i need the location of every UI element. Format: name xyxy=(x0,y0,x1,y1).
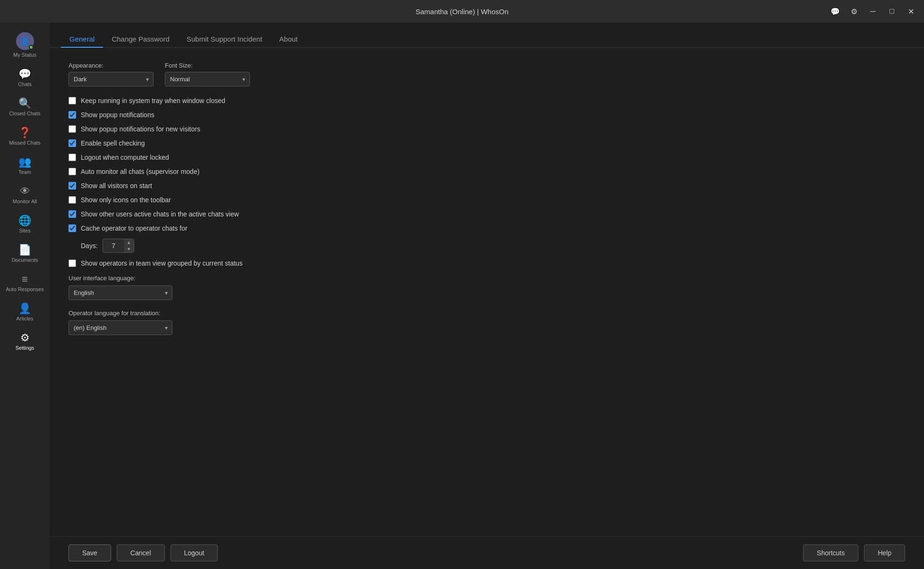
op-language-select-wrapper: (en) English (fr) French (de) German xyxy=(68,320,172,335)
sidebar-item-label: Settings xyxy=(16,345,34,351)
show-popup-visitors-checkbox[interactable] xyxy=(68,125,76,133)
tab-change-password[interactable]: Change Password xyxy=(103,31,178,48)
other-users-chats-checkbox[interactable] xyxy=(68,210,76,218)
content-area: General Change Password Submit Support I… xyxy=(50,23,924,569)
sidebar-item-label: My Status xyxy=(13,52,36,58)
auto-monitor-checkbox[interactable] xyxy=(68,168,76,175)
sidebar-item-label: Missed Chats xyxy=(9,140,41,146)
documents-icon: 📄 xyxy=(18,245,31,255)
font-size-label: Font Size: xyxy=(165,62,250,69)
show-popup-checkbox[interactable] xyxy=(68,111,76,119)
titlebar: Samantha (Online) | WhosOn 💬 ⚙ ─ □ ✕ xyxy=(0,0,924,23)
show-popup-visitors-label: Show popup notifications for new visitor… xyxy=(81,125,200,133)
closed-chats-icon: 🔍 xyxy=(18,98,31,109)
logout-locked-label: Logout when computer locked xyxy=(81,154,169,161)
close-button[interactable]: ✕ xyxy=(903,4,918,19)
footer: Save Cancel Logout Shortcuts Help xyxy=(50,536,924,569)
checkbox-show-popup: Show popup notifications xyxy=(68,111,905,119)
logout-locked-checkbox[interactable] xyxy=(68,154,76,161)
tab-about[interactable]: About xyxy=(271,31,306,48)
sites-icon: 🌐 xyxy=(18,216,31,226)
titlebar-title: Samantha (Online) | WhosOn xyxy=(416,8,508,16)
missed-chats-icon: ❓ xyxy=(18,128,31,138)
sidebar-item-label: Auto Responses xyxy=(6,286,44,292)
checkbox-other-users-chats: Show other users active chats in the act… xyxy=(68,210,905,218)
sidebar-item-closed-chats[interactable]: 🔍 Closed Chats xyxy=(0,94,50,121)
font-size-group: Font Size: Small Normal Large xyxy=(165,62,250,86)
auto-monitor-label: Auto monitor all chats (supervisor mode) xyxy=(81,168,199,175)
cache-operator-checkbox[interactable] xyxy=(68,224,76,232)
sidebar: 👤 My Status 💬 Chats 🔍 Closed Chats ❓ Mis… xyxy=(0,23,50,569)
ui-language-section: User interface language: English French … xyxy=(68,275,905,300)
shortcuts-button[interactable]: Shortcuts xyxy=(803,544,858,561)
checkbox-show-visitors: Show all visitors on start xyxy=(68,182,905,190)
keep-running-checkbox[interactable] xyxy=(68,97,76,104)
days-row: Days: ▲ ▼ xyxy=(68,239,905,253)
keep-running-label: Keep running in system tray when window … xyxy=(81,97,225,104)
sidebar-item-my-status[interactable]: 👤 My Status xyxy=(0,27,50,62)
spell-check-label: Enable spell checking xyxy=(81,139,145,147)
font-size-select[interactable]: Small Normal Large xyxy=(165,72,250,86)
sidebar-item-articles[interactable]: 👤 Articles xyxy=(0,299,50,326)
help-button[interactable]: Help xyxy=(864,544,905,561)
appearance-label: Appearance: xyxy=(68,62,154,69)
ui-language-label: User interface language: xyxy=(68,275,905,282)
show-grouped-label: Show operators in team view grouped by c… xyxy=(81,259,242,267)
cancel-button[interactable]: Cancel xyxy=(117,544,165,561)
monitor-all-icon: 👁 xyxy=(20,186,30,197)
avatar: 👤 xyxy=(16,32,34,50)
checkbox-show-popup-visitors: Show popup notifications for new visitor… xyxy=(68,125,905,133)
checkbox-auto-monitor: Auto monitor all chats (supervisor mode) xyxy=(68,168,905,175)
main-layout: 👤 My Status 💬 Chats 🔍 Closed Chats ❓ Mis… xyxy=(0,23,924,569)
chat-icon[interactable]: 💬 xyxy=(828,4,843,19)
sidebar-item-label: Sites xyxy=(19,228,30,233)
days-increment-button[interactable]: ▲ xyxy=(124,239,134,246)
appearance-select[interactable]: Dark Light System xyxy=(68,72,154,86)
auto-responses-icon: ≡ xyxy=(22,274,28,284)
sidebar-item-auto-responses[interactable]: ≡ Auto Responses xyxy=(0,269,50,297)
show-visitors-checkbox[interactable] xyxy=(68,182,76,190)
ui-language-select[interactable]: English French German Spanish xyxy=(68,285,172,300)
days-decrement-button[interactable]: ▼ xyxy=(124,246,134,252)
save-button[interactable]: Save xyxy=(68,544,111,561)
sidebar-item-label: Documents xyxy=(12,257,38,263)
days-label: Days: xyxy=(81,242,98,250)
chats-icon: 💬 xyxy=(18,69,31,79)
sidebar-item-chats[interactable]: 💬 Chats xyxy=(0,64,50,92)
checkbox-logout-locked: Logout when computer locked xyxy=(68,154,905,161)
sidebar-item-label: Articles xyxy=(16,316,33,321)
sidebar-item-label: Chats xyxy=(18,81,32,87)
logout-button[interactable]: Logout xyxy=(171,544,218,561)
sidebar-item-sites[interactable]: 🌐 Sites xyxy=(0,211,50,238)
maximize-button[interactable]: □ xyxy=(884,4,899,19)
days-input-wrap: ▲ ▼ xyxy=(103,239,134,253)
op-language-select[interactable]: (en) English (fr) French (de) German xyxy=(68,320,172,335)
settings-icon[interactable]: ⚙ xyxy=(847,4,862,19)
articles-icon: 👤 xyxy=(18,303,31,314)
op-language-section: Operator language for translation: (en) … xyxy=(68,310,905,335)
show-grouped-checkbox[interactable] xyxy=(68,259,76,267)
sidebar-item-label: Team xyxy=(18,169,31,175)
sidebar-item-monitor-all[interactable]: 👁 Monitor All xyxy=(0,181,50,209)
team-icon: 👥 xyxy=(18,157,31,167)
status-dot xyxy=(29,45,34,50)
sidebar-item-label: Monitor All xyxy=(13,198,37,204)
checkbox-show-grouped: Show operators in team view grouped by c… xyxy=(68,259,905,267)
icons-only-checkbox[interactable] xyxy=(68,196,76,204)
sidebar-item-documents[interactable]: 📄 Documents xyxy=(0,240,50,267)
spell-check-checkbox[interactable] xyxy=(68,139,76,147)
minimize-button[interactable]: ─ xyxy=(865,4,881,19)
days-input[interactable] xyxy=(103,240,124,252)
icons-only-label: Show only icons on the toolbar xyxy=(81,196,171,204)
sidebar-item-missed-chats[interactable]: ❓ Missed Chats xyxy=(0,123,50,150)
sidebar-item-team[interactable]: 👥 Team xyxy=(0,152,50,180)
show-visitors-label: Show all visitors on start xyxy=(81,182,152,190)
tab-general[interactable]: General xyxy=(61,31,103,48)
other-users-chats-label: Show other users active chats in the act… xyxy=(81,210,239,218)
titlebar-controls: 💬 ⚙ ─ □ ✕ xyxy=(828,4,918,19)
days-spinners: ▲ ▼ xyxy=(124,239,134,252)
tab-submit-support[interactable]: Submit Support Incident xyxy=(178,31,271,48)
sidebar-item-settings[interactable]: ⚙ Settings xyxy=(0,328,50,355)
op-language-label: Operator language for translation: xyxy=(68,310,905,317)
tabbar: General Change Password Submit Support I… xyxy=(50,23,924,48)
